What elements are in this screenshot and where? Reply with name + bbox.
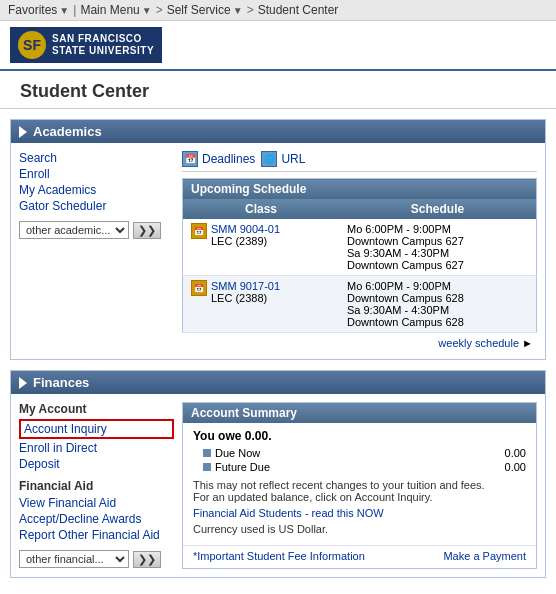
page-title-bar: Student Center <box>0 71 556 109</box>
sep2: > <box>156 3 163 17</box>
currency-note: Currency used is US Dollar. <box>193 523 526 535</box>
schedule-cell-2: Mo 6:00PM - 9:00PM Downtown Campus 628 S… <box>339 276 537 333</box>
academics-title: Academics <box>33 124 102 139</box>
class-cell: 📅 SMM 9004-01 LEC (2389) <box>183 219 339 276</box>
finances-dropdown[interactable]: other financial... <box>19 550 129 568</box>
sep1: | <box>73 3 76 17</box>
academics-section-header: Academics <box>11 120 545 143</box>
future-due-label: Future Due <box>215 461 480 473</box>
academics-triangle-icon <box>19 126 27 138</box>
finances-right: Account Summary You owe 0.00. Due Now 0.… <box>182 402 537 569</box>
academics-dropdown[interactable]: other academic... <box>19 221 129 239</box>
deposit-link[interactable]: Deposit <box>19 457 174 471</box>
account-inquiry-link[interactable]: Account Inquiry <box>19 419 174 439</box>
academics-dropdown-row: other academic... ❯❯ <box>19 221 174 239</box>
url-label: URL <box>281 152 305 166</box>
class-type-1: LEC (2389) <box>211 235 267 247</box>
sep3: > <box>247 3 254 17</box>
favorites-nav[interactable]: Favorites ▼ <box>8 3 69 17</box>
student-fee-info-link[interactable]: *Important Student Fee Information <box>193 550 365 562</box>
financial-aid-students-link[interactable]: Financial Aid Students - read this NOW <box>193 507 384 519</box>
report-other-fin-link[interactable]: Report Other Financial Aid <box>19 528 174 542</box>
class-icon: 📅 <box>191 223 207 239</box>
finances-section: Finances My Account Account Inquiry Enro… <box>10 370 546 578</box>
bullet-icon-1 <box>203 449 211 457</box>
my-academics-link[interactable]: My Academics <box>19 183 174 197</box>
schedule-table-title: Upcoming Schedule <box>183 179 537 200</box>
search-link[interactable]: Search <box>19 151 174 165</box>
academics-right: 📅 Deadlines 🌐 URL Upcoming Schedule <box>182 151 537 351</box>
favorites-link[interactable]: Favorites <box>8 3 57 17</box>
finances-go-button[interactable]: ❯❯ <box>133 551 161 568</box>
fin-aid-notice-link: Financial Aid Students - read this NOW <box>193 507 526 519</box>
class-cell-2: 📅 SMM 9017-01 LEC (2388) <box>183 276 339 333</box>
enroll-direct-link[interactable]: Enroll in Direct <box>19 441 174 455</box>
finances-title: Finances <box>33 375 89 390</box>
selfservice-arrow: ▼ <box>233 5 243 16</box>
academics-layout: Search Enroll My Academics Gator Schedul… <box>19 151 537 351</box>
finances-triangle-icon <box>19 377 27 389</box>
mainmenu-link[interactable]: Main Menu <box>80 3 139 17</box>
financial-aid-links: View Financial Aid Accept/Decline Awards… <box>19 496 174 542</box>
academics-section: Academics Search Enroll My Academics Gat… <box>10 119 546 360</box>
page-title: Student Center <box>20 81 536 102</box>
balance-list: Due Now 0.00 Future Due 0.00 <box>203 447 526 473</box>
schedule-table: Upcoming Schedule Class Schedule 📅 <box>182 178 537 333</box>
class-link-2[interactable]: SMM 9017-01 <box>211 280 280 292</box>
schedule-col-header: Schedule <box>339 199 537 219</box>
you-owe-label: You owe 0.00. <box>193 429 526 443</box>
university-name: San Francisco State University <box>52 33 154 57</box>
finances-body: My Account Account Inquiry Enroll in Dir… <box>11 394 545 577</box>
bullet-icon-2 <box>203 463 211 471</box>
notice-text: This may not reflect recent changes to y… <box>193 479 526 503</box>
finances-account-links: Account Inquiry Enroll in Direct Deposit <box>19 419 174 471</box>
accept-decline-link[interactable]: Accept/Decline Awards <box>19 512 174 526</box>
url-icon: 🌐 <box>261 151 277 167</box>
deadlines-tab[interactable]: 📅 Deadlines <box>182 151 255 167</box>
logo-bar: SF San Francisco State University <box>0 21 556 71</box>
mainmenu-nav[interactable]: Main Menu ▼ <box>80 3 151 17</box>
due-now-label: Due Now <box>215 447 480 459</box>
financial-aid-title: Financial Aid <box>19 479 174 493</box>
url-tab[interactable]: 🌐 URL <box>261 151 305 167</box>
table-row: 📅 SMM 9004-01 LEC (2389) Mo 6:00PM - 9:0… <box>183 219 537 276</box>
balance-due-now: Due Now 0.00 <box>203 447 526 459</box>
finances-dropdown-row: other financial... ❯❯ <box>19 550 174 568</box>
class-type-2: LEC (2388) <box>211 292 267 304</box>
make-payment-link[interactable]: Make a Payment <box>443 550 526 562</box>
class-icon-2: 📅 <box>191 280 207 296</box>
table-row: 📅 SMM 9017-01 LEC (2388) Mo 6:00PM - 9:0… <box>183 276 537 333</box>
account-summary-body: You owe 0.00. Due Now 0.00 <box>183 423 536 541</box>
deadlines-label: Deadlines <box>202 152 255 166</box>
class-col-header: Class <box>183 199 339 219</box>
academics-left: Search Enroll My Academics Gator Schedul… <box>19 151 174 351</box>
view-financial-aid-link[interactable]: View Financial Aid <box>19 496 174 510</box>
finances-left: My Account Account Inquiry Enroll in Dir… <box>19 402 174 569</box>
academics-links: Search Enroll My Academics Gator Schedul… <box>19 151 174 213</box>
finances-layout: My Account Account Inquiry Enroll in Dir… <box>19 402 537 569</box>
selfservice-link[interactable]: Self Service <box>167 3 231 17</box>
top-navigation: Favorites ▼ | Main Menu ▼ > Self Service… <box>0 0 556 21</box>
enroll-link[interactable]: Enroll <box>19 167 174 181</box>
selfservice-nav[interactable]: Self Service ▼ <box>167 3 243 17</box>
weekly-schedule-link[interactable]: weekly schedule <box>438 337 519 349</box>
studentcenter-nav: Student Center <box>258 3 339 17</box>
logo-icon: SF <box>18 31 46 59</box>
mainmenu-arrow: ▼ <box>142 5 152 16</box>
academics-tabs: 📅 Deadlines 🌐 URL <box>182 151 537 172</box>
account-summary-box: Account Summary You owe 0.00. Due Now 0.… <box>182 402 537 569</box>
weekly-schedule-row: weekly schedule ► <box>182 333 537 351</box>
finances-section-header: Finances <box>11 371 545 394</box>
deadlines-icon: 📅 <box>182 151 198 167</box>
favorites-arrow: ▼ <box>59 5 69 16</box>
schedule-cell-1: Mo 6:00PM - 9:00PM Downtown Campus 627 S… <box>339 219 537 276</box>
weekly-schedule-arrow: ► <box>522 337 533 349</box>
class-link-1[interactable]: SMM 9004-01 <box>211 223 280 235</box>
studentcenter-label: Student Center <box>258 3 339 17</box>
bottom-links: *Important Student Fee Information Make … <box>183 545 536 568</box>
gator-scheduler-link[interactable]: Gator Scheduler <box>19 199 174 213</box>
balance-future-due: Future Due 0.00 <box>203 461 526 473</box>
account-summary-header: Account Summary <box>183 403 536 423</box>
my-account-title: My Account <box>19 402 174 416</box>
academics-go-button[interactable]: ❯❯ <box>133 222 161 239</box>
